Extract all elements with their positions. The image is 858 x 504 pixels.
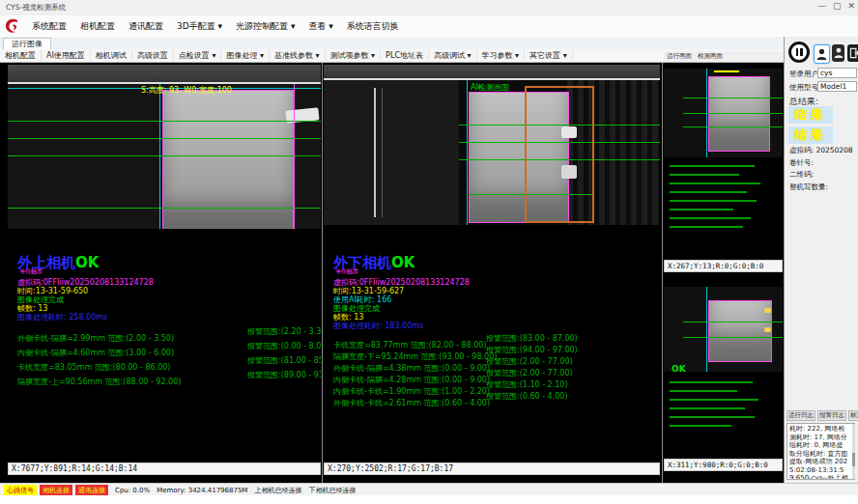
log-tab[interactable]: 运行日志	[786, 410, 815, 421]
toolbar-item[interactable]: 相机调试	[91, 50, 132, 61]
status-bar: 心跳信号 相机连接 通讯连接 Cpu: 0.0% Memory: 3424.41…	[0, 483, 858, 496]
minimize-icon[interactable]: —	[817, 1, 826, 11]
menu-item[interactable]: 系统配置	[25, 20, 73, 33]
image-top-band	[8, 65, 321, 82]
view-separator	[662, 63, 663, 484]
write-count-label: 整机写数量:	[789, 182, 828, 192]
measurement-row: 内侧卡线-隔膜=4.28mm 范围:(0.00 - 9.00) 报警范围:(2.…	[333, 368, 658, 379]
window-title: CYS-视觉检测系统	[6, 3, 66, 13]
menu-item[interactable]: 系统语言切换	[340, 20, 406, 33]
ai-view-label: AI检测画面	[471, 82, 509, 93]
measurement-value: 隔膜宽度-上=90.56mm 范围:(88.00 - 92.00)	[17, 378, 181, 386]
menu-item[interactable]: 相机配置	[73, 20, 122, 33]
alarm-range: 报警范围:(83.00 - 87.00)	[486, 333, 578, 344]
virtual-code-label: 虚拟码: 20250208	[789, 146, 853, 155]
menu-item[interactable]: 3D手配置 ▾	[170, 20, 229, 33]
thumb-view-tab[interactable]: 运行画面	[667, 52, 692, 61]
pixel-coords-left: X:7677;Y:891;R:14;G:14;B:14	[8, 462, 321, 475]
toolbar-item[interactable]: 点检设置 ▾	[174, 50, 222, 61]
user-button-active[interactable]	[814, 44, 830, 64]
virtual-code-value: 20250208	[815, 146, 852, 154]
user-icon	[816, 48, 827, 61]
log-tab[interactable]: 报警日志	[817, 410, 846, 421]
main-area: S:高度: 93. W0:宽度:100 外上相机OK 等待触发 虚拟码:0FFI…	[0, 62, 784, 484]
alarm-range: 报警范围:(2.00 - 77.00)	[486, 368, 573, 378]
comm-connect-badge: 通讯连接	[75, 485, 108, 495]
log-scrollbar[interactable]	[852, 424, 855, 479]
thumb-status: OK	[672, 364, 686, 374]
user-button[interactable]	[832, 44, 844, 62]
measurement-row: 外侧卡线-隔膜=2.99mm 范围:(2.00 - 3.50) 报警范围:(2.…	[17, 326, 319, 341]
maximize-icon[interactable]: ▢	[833, 1, 842, 11]
cpu-usage: Cpu: 0.0%	[115, 487, 150, 494]
login-user-field[interactable]: cys	[817, 68, 857, 78]
measurement-row: 隔膜宽度-上=90.56mm 范围:(88.00 - 92.00) 报警范围:(…	[17, 370, 319, 384]
login-user-label: 登录用户:	[789, 70, 821, 79]
measurement-value: 外侧卡线-卡线=2.61mm 范围:(0.60 - 4.00)	[333, 399, 490, 407]
measurement-row: 外侧卡线-卡线=2.61mm 范围:(0.60 - 4.00) 报警范围:(0.…	[333, 391, 658, 403]
lower-camera-status: 下相机已经连接	[308, 486, 356, 495]
model-field[interactable]: Model1	[817, 81, 857, 92]
toolbar-item[interactable]: 相机配置	[0, 50, 42, 61]
toolbar-item[interactable]: 测试项参数 ▾	[326, 50, 382, 61]
toolbar-item[interactable]: PLC地址表	[381, 50, 429, 61]
measurement-row: 卡线宽度=83.77mm 范围:(82.00 - 88.00) 报警范围:(83…	[333, 333, 658, 345]
user-icon	[834, 47, 844, 59]
camera-image[interactable]: S:高度: 93. W0:宽度:100	[8, 84, 321, 229]
memory-usage: Memory: 3424.41796875M	[157, 487, 247, 494]
image-top-band	[324, 65, 660, 78]
thumb-view-top[interactable]	[664, 65, 783, 258]
measurement-row: 外侧卡线-隔膜=4.38mm 范围:(0.00 - 9.00) 报警范围:(2.…	[333, 356, 658, 368]
menu-item[interactable]: 查看 ▾	[301, 20, 339, 33]
measurement-list: 卡线宽度=83.77mm 范围:(82.00 - 88.00) 报警范围:(83…	[333, 333, 658, 403]
pixel-coords-middle: X:270;Y:2502;R:17;G:17;B:17	[324, 462, 660, 475]
thumb-view-bottom[interactable]: OK	[664, 273, 783, 457]
camera-sub-status: 等待触发	[335, 267, 358, 276]
process-time-line: 图像处理耗时: 258.00ms	[17, 312, 107, 322]
camera-sub-status: 等待触发	[19, 267, 43, 276]
log-tab[interactable]: 标定日志	[848, 410, 858, 421]
upper-camera-status: 上相机已经连接	[254, 486, 301, 495]
camera-view-upper-outer[interactable]: S:高度: 93. W0:宽度:100 外上相机OK 等待触发 虚拟码:0FFI…	[8, 65, 321, 462]
alarm-range: 报警范围:(0.00 - 8.00)	[247, 341, 321, 351]
thumb-view-tab[interactable]: 检测画面	[698, 52, 723, 61]
thumb-image	[664, 69, 783, 157]
measurement-list: 外侧卡线-隔膜=2.99mm 范围:(2.00 - 3.50) 报警范围:(2.…	[17, 326, 319, 384]
toolbar-item[interactable]: 高级设置	[132, 50, 174, 61]
menu-item[interactable]: 光源控制配置 ▾	[229, 20, 301, 33]
measurement-row: 隔膜宽度-下=95.24mm 范围:(93.00 - 98.00) 报警范围:(…	[333, 345, 658, 356]
toolbar-item[interactable]: 高级调试 ▾	[429, 50, 477, 61]
toolbar-item[interactable]: 基准线参数 ▾	[270, 50, 326, 61]
menu-bar: 系统配置相机配置通讯配置3D手配置 ▾光源控制配置 ▾查看 ▾系统语言切换	[0, 15, 858, 38]
toolbar-item[interactable]: 图像处理 ▾	[221, 50, 270, 61]
camera-view-lower-outer[interactable]: AI检测画面 外下相机OK 等待触发 虚拟码:0FFIiiw2025020813…	[324, 65, 660, 462]
log-output[interactable]: 耗时: 222, 网络检测耗时: 17, 网络分组耗时: 0, 网络提取分组耗时…	[786, 423, 855, 480]
model-label: 使用型号:	[789, 83, 821, 93]
result-indicator-1: 结果	[788, 106, 833, 124]
log-tabs: 运行日志报警日志标定日志	[786, 410, 858, 421]
toolbar-item[interactable]: 其它设置 ▾	[525, 50, 573, 61]
logout-button[interactable]	[847, 44, 858, 62]
dimension-overlay-label: S:高度: 93. W0:宽度:100	[141, 85, 232, 96]
menu-item[interactable]: 通讯配置	[122, 20, 170, 33]
camera-image[interactable]: AI检测画面	[324, 80, 660, 225]
toolbar-item[interactable]: 学习参数 ▾	[477, 50, 526, 61]
app-logo-icon	[4, 17, 21, 35]
camera-connect-badge: 相机连接	[40, 485, 72, 495]
view-separator	[322, 63, 323, 484]
measurement-row: 卡线宽度=83.05mm 范围:(80.00 - 86.00) 报警范围:(81…	[17, 355, 319, 370]
result-indicator-2: 结果	[788, 126, 833, 144]
alarm-range: 报警范围:(89.00 - 91.00)	[247, 370, 321, 380]
pause-button[interactable]	[788, 42, 810, 63]
toolbar-item[interactable]: AI使用配置	[42, 50, 91, 61]
right-control-panel: 登录用户: cys 使用型号: Model1 总结果: 结果 结果 虚拟码: 2…	[784, 37, 858, 483]
app-window: CYS-视觉检测系统 — ▢ ✕ 系统配置相机配置通讯配置3D手配置 ▾光源控制…	[0, 0, 858, 504]
alarm-range: 报警范围:(0.60 - 4.00)	[486, 391, 568, 402]
close-icon[interactable]: ✕	[847, 1, 855, 11]
exit-door-icon	[849, 47, 858, 59]
measurement-row: 内侧卡线-卡线=1.90mm 范围:(1.00 - 2.20) 报警范围:(1.…	[333, 379, 658, 391]
thumb-image	[664, 287, 783, 372]
alarm-range: 报警范围:(2.20 - 3.30)	[247, 326, 321, 337]
ai-detect-box	[525, 86, 594, 223]
alarm-range: 报警范围:(94.00 - 97.00)	[486, 345, 578, 355]
